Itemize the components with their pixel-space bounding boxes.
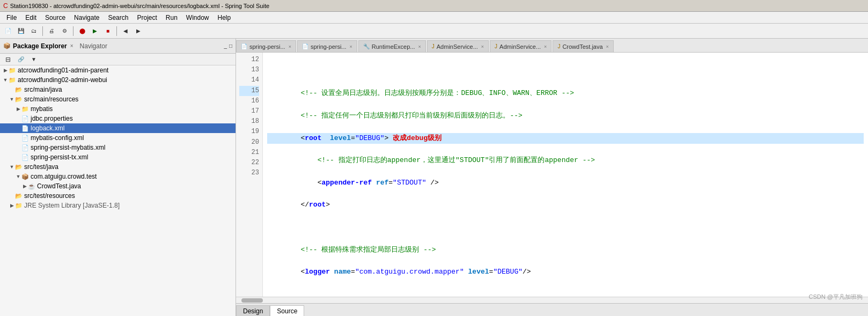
expand-spring-mybatis[interactable]: ▶ bbox=[15, 144, 21, 151]
app-icon: C bbox=[3, 2, 8, 10]
package-explorer-tab-label[interactable]: Package Explorer bbox=[13, 42, 67, 50]
tree-item-jre[interactable]: ▶ 📁 JRE System Library [JavaSE-1.8] bbox=[0, 201, 236, 210]
tree-label-src-main-java: src/main/java bbox=[24, 86, 62, 93]
tree-item-webui[interactable]: ▼ 📁 atcrowdfunding02-admin-webui bbox=[0, 75, 236, 85]
tab-spring-persist-2[interactable]: 📄 spring-persi... × bbox=[297, 40, 357, 52]
code-line-12 bbox=[267, 66, 864, 77]
tree-item-mybatis-config[interactable]: ▶ 📄 mybatis-config.xml bbox=[0, 133, 236, 143]
menu-source[interactable]: Source bbox=[41, 13, 70, 23]
toolbar-print[interactable]: 🖨 bbox=[46, 25, 57, 37]
tab-close-1[interactable]: × bbox=[289, 44, 291, 49]
tree-label-src-test-resources: src/test/resources bbox=[24, 192, 75, 200]
link-editor-btn[interactable]: 🔗 bbox=[15, 54, 27, 65]
tree-item-parent[interactable]: ▶ 📁 atcrowdfunding01-admin-parent bbox=[0, 65, 236, 75]
tree-item-spring-mybatis[interactable]: ▶ 📄 spring-persist-mybatis.xml bbox=[0, 143, 236, 152]
tab-label-4: AdminService... bbox=[437, 43, 478, 50]
menu-project[interactable]: Project bbox=[133, 13, 161, 23]
tree-item-mybatis[interactable]: ▶ 📁 mybatis bbox=[0, 104, 236, 114]
tree-item-logback[interactable]: ▶ 📄 logback.xml bbox=[0, 123, 236, 133]
toolbar-sep2 bbox=[73, 26, 73, 36]
file-icon-jdbc: 📄 bbox=[21, 115, 29, 122]
tab-admin-service-1[interactable]: J AdminService... × bbox=[427, 40, 489, 52]
tree-label-crowd-test: CrowdTest.java bbox=[37, 182, 81, 190]
expand-src-main-java[interactable]: ▶ bbox=[9, 86, 15, 93]
expand-mybatis-config[interactable]: ▶ bbox=[15, 135, 21, 141]
line-numbers: 12 13 14 15 16 17 18 19 20 21 22 23 bbox=[236, 53, 263, 297]
code-hscroll[interactable] bbox=[236, 297, 868, 303]
maximize-icon[interactable]: □ bbox=[229, 43, 232, 49]
code-line-13: <!-- 设置全局日志级别。日志级别按顺序分别是：DEBUG、INFO、WARN… bbox=[267, 88, 864, 99]
tree-item-src-test-java[interactable]: ▼ 📂 src/test/java bbox=[0, 162, 236, 172]
expand-logback[interactable]: ▶ bbox=[15, 125, 21, 131]
expand-src-test-java[interactable]: ▼ bbox=[9, 164, 15, 170]
tab-crowd-test[interactable]: J CrowdTest.java × bbox=[553, 40, 613, 52]
expand-crowd-test[interactable]: ▶ bbox=[21, 183, 28, 189]
expand-jre[interactable]: ▶ bbox=[9, 202, 15, 209]
folder-icon-test-java: 📂 bbox=[15, 164, 23, 171]
jre-icon: 📁 bbox=[15, 202, 23, 209]
navigator-tab[interactable]: Navigator bbox=[80, 42, 107, 50]
code-line-19 bbox=[267, 222, 864, 233]
menu-search[interactable]: Search bbox=[104, 13, 133, 23]
folder-icon-test-resources: 📂 bbox=[15, 193, 23, 200]
menu-help[interactable]: Help bbox=[214, 13, 236, 23]
tab-source[interactable]: Source bbox=[270, 305, 304, 316]
code-content[interactable]: <!-- 设置全局日志级别。日志级别按顺序分别是：DEBUG、INFO、WARN… bbox=[263, 53, 868, 297]
menu-window[interactable]: Window bbox=[182, 13, 214, 23]
toolbar-new[interactable]: 📄 bbox=[2, 25, 14, 37]
toolbar-properties[interactable]: ⚙ bbox=[58, 25, 70, 37]
menu-file[interactable]: File bbox=[2, 13, 21, 23]
expand-icon[interactable]: ▶ bbox=[2, 67, 9, 74]
expand-src-main-resources[interactable]: ▼ bbox=[9, 96, 15, 102]
tab-icon-3: 🔧 bbox=[363, 43, 370, 49]
file-icon-mybatis-config: 📄 bbox=[21, 135, 29, 142]
toolbar-save-all[interactable]: 🗂 bbox=[28, 25, 40, 37]
code-line-20: <!-- 根据特殊需求指定局部日志级别 --> bbox=[267, 245, 864, 256]
toolbar-stop[interactable]: ■ bbox=[102, 25, 114, 37]
collapse-all-btn[interactable]: ⊟ bbox=[2, 54, 14, 65]
toolbar-debug[interactable]: ⬤ bbox=[76, 25, 88, 37]
toolbar-back[interactable]: ◀ bbox=[120, 25, 131, 37]
toolbar-run[interactable]: ▶ bbox=[89, 25, 101, 37]
tab-admin-service-2[interactable]: J AdminService... × bbox=[490, 40, 551, 52]
expand-jdbc[interactable]: ▶ bbox=[15, 115, 21, 122]
tab-spring-persist-1[interactable]: 📄 spring-persi... × bbox=[236, 40, 296, 52]
tree-item-crowd-test-pkg[interactable]: ▼ 📦 com.atguigu.crowd.test bbox=[0, 172, 236, 181]
tab-design[interactable]: Design bbox=[236, 305, 270, 316]
hscroll-thumb[interactable] bbox=[241, 298, 263, 303]
menu-edit[interactable]: Edit bbox=[21, 13, 41, 23]
tree-item-src-main-java[interactable]: ▶ 📂 src/main/java bbox=[0, 85, 236, 94]
expand-icon-2[interactable]: ▼ bbox=[2, 77, 9, 83]
tree-label-mybatis: mybatis bbox=[31, 105, 53, 113]
tree-item-spring-tx[interactable]: ▶ 📄 spring-persist-tx.xml bbox=[0, 152, 236, 162]
tree-item-jdbc[interactable]: ▶ 📄 jdbc.properties bbox=[0, 114, 236, 123]
tab-close-6[interactable]: × bbox=[606, 44, 609, 49]
line-num-18: 18 bbox=[239, 116, 259, 127]
toolbar-forward[interactable]: ▶ bbox=[133, 25, 144, 37]
expand-spring-tx[interactable]: ▶ bbox=[15, 154, 21, 160]
toolbar-sep1 bbox=[42, 26, 43, 36]
expand-src-test-resources[interactable]: ▶ bbox=[9, 193, 15, 199]
sidebar-menu-btn[interactable]: ▼ bbox=[28, 54, 40, 65]
file-icon-spring-tx: 📄 bbox=[21, 154, 29, 161]
tab-close-2[interactable]: × bbox=[350, 44, 352, 49]
toolbar-save[interactable]: 💾 bbox=[15, 25, 27, 37]
menu-navigate[interactable]: Navigate bbox=[70, 13, 104, 23]
toolbar-sep3 bbox=[116, 26, 117, 36]
tree-item-src-test-resources[interactable]: ▶ 📂 src/test/resources bbox=[0, 191, 236, 201]
tab-close-4[interactable]: × bbox=[481, 44, 484, 49]
tab-close-5[interactable]: × bbox=[544, 44, 547, 49]
expand-crowd-test-pkg[interactable]: ▼ bbox=[15, 173, 21, 180]
code-line-21: <logger name="com.atguigu.crowd.mapper" … bbox=[267, 267, 864, 278]
tab-runtime-excep[interactable]: 🔧 RuntimeExcep... × bbox=[358, 40, 426, 52]
package-explorer-close[interactable]: × bbox=[70, 43, 73, 49]
expand-mybatis[interactable]: ▶ bbox=[15, 106, 21, 112]
code-editor: 12 13 14 15 16 17 18 19 20 21 22 23 <!--… bbox=[236, 53, 868, 297]
code-line-16: <!-- 指定打印日志的appender，这里通过"STDOUT"引用了前面配置… bbox=[267, 155, 864, 166]
menu-run[interactable]: Run bbox=[161, 13, 182, 23]
tab-close-3[interactable]: × bbox=[418, 44, 421, 49]
minimize-icon[interactable]: _ bbox=[224, 43, 227, 49]
toolbar: 📄 💾 🗂 🖨 ⚙ ⬤ ▶ ■ ◀ ▶ bbox=[0, 24, 868, 39]
tree-item-crowd-test[interactable]: ▶ ☕ CrowdTest.java bbox=[0, 181, 236, 191]
tree-item-src-main-resources[interactable]: ▼ 📂 src/main/resources bbox=[0, 94, 236, 104]
